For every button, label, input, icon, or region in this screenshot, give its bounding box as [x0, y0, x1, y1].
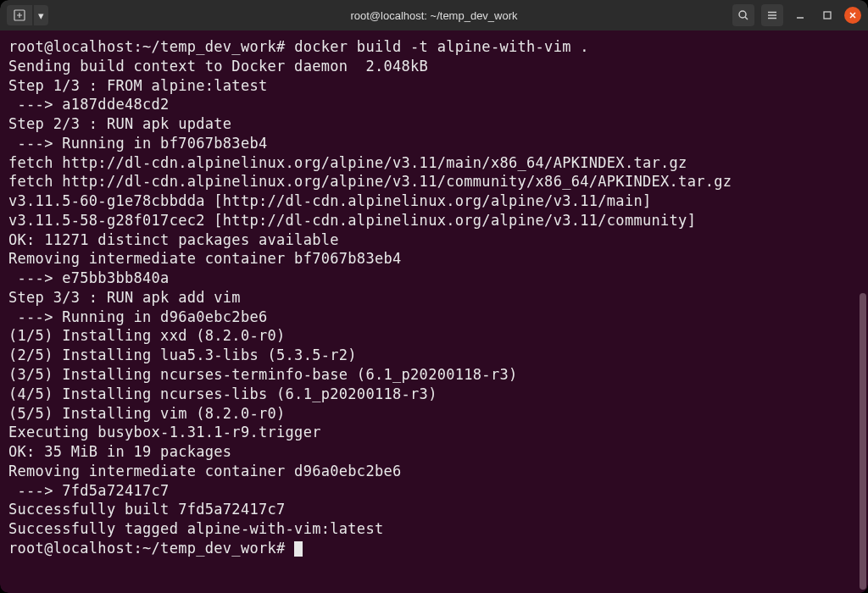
maximize-button[interactable]: [817, 5, 837, 25]
output-line: ---> Running in bf7067b83eb4: [8, 134, 860, 153]
output-line: fetch http://dl-cdn.alpinelinux.org/alpi…: [8, 153, 860, 173]
output-line: Step 3/3 : RUN apk add vim: [8, 288, 860, 308]
minimize-icon: [795, 10, 805, 20]
output-line: Step 2/3 : RUN apk update: [8, 114, 860, 134]
hamburger-icon: [766, 9, 778, 21]
output-line: OK: 11271 distinct packages available: [8, 230, 860, 250]
output-line: Step 1/3 : FROM alpine:latest: [8, 76, 860, 96]
shell-prompt: root@localhost:~/temp_dev_work#: [8, 540, 294, 557]
search-button[interactable]: [732, 4, 754, 26]
output-line: (2/5) Installing lua5.3-libs (5.3.5-r2): [8, 346, 860, 365]
new-tab-button[interactable]: [7, 5, 32, 25]
terminal-window: ▾ root@localhost: ~/temp_dev_work: [0, 0, 868, 593]
output-line: ---> e75bb3bb840a: [8, 269, 860, 288]
maximize-icon: [822, 10, 832, 20]
output-line: Removing intermediate container bf7067b8…: [8, 249, 860, 269]
output-line: v3.11.5-58-g28f017cec2 [http://dl-cdn.al…: [8, 211, 860, 230]
shell-prompt: root@localhost:~/temp_dev_work#: [8, 38, 286, 55]
output-line: v3.11.5-60-g1e78cbbdda [http://dl-cdn.al…: [8, 191, 860, 211]
output-line: ---> Running in d96a0ebc2be6: [8, 308, 860, 327]
titlebar-left: ▾: [7, 5, 48, 25]
window-title: root@localhost: ~/temp_dev_work: [350, 9, 517, 22]
output-line: Executing busybox-1.31.1-r9.trigger: [8, 423, 860, 442]
chevron-down-icon: ▾: [38, 9, 44, 22]
new-tab-icon: [14, 9, 25, 21]
output-line: Removing intermediate container d96a0ebc…: [8, 462, 860, 481]
close-icon: [849, 11, 857, 19]
output-line: Successfully built 7fd5a72417c7: [8, 500, 860, 519]
terminal-output: root@localhost:~/temp_dev_work# docker b…: [8, 37, 860, 558]
terminal-area[interactable]: root@localhost:~/temp_dev_work# docker b…: [0, 30, 868, 593]
output-line: ---> a187dde48cd2: [8, 95, 860, 114]
minimize-button[interactable]: [790, 5, 810, 25]
svg-rect-9: [824, 12, 831, 19]
output-line: ---> 7fd5a72417c7: [8, 481, 860, 501]
svg-line-4: [745, 17, 748, 19]
output-line: (4/5) Installing ncurses-libs (6.1_p2020…: [8, 385, 860, 404]
output-line: Sending build context to Docker daemon 2…: [8, 57, 860, 76]
titlebar: ▾ root@localhost: ~/temp_dev_work: [0, 0, 868, 30]
output-line: (1/5) Installing xxd (8.2.0-r0): [8, 326, 860, 346]
new-tab-dropdown[interactable]: ▾: [34, 5, 48, 25]
cursor: [294, 541, 303, 557]
output-line: Successfully tagged alpine-with-vim:late…: [8, 519, 860, 539]
scrollbar-thumb[interactable]: [860, 293, 866, 590]
output-line: fetch http://dl-cdn.alpinelinux.org/alpi…: [8, 172, 860, 191]
output-line: (5/5) Installing vim (8.2.0-r0): [8, 404, 860, 424]
menu-button[interactable]: [761, 4, 783, 26]
search-icon: [737, 9, 749, 21]
svg-point-3: [739, 11, 746, 18]
output-line: (3/5) Installing ncurses-terminfo-base (…: [8, 365, 860, 385]
command-text: docker build -t alpine-with-vim .: [286, 38, 589, 55]
titlebar-right: [732, 4, 861, 26]
output-line: OK: 35 MiB in 19 packages: [8, 442, 860, 462]
close-button[interactable]: [844, 7, 861, 24]
